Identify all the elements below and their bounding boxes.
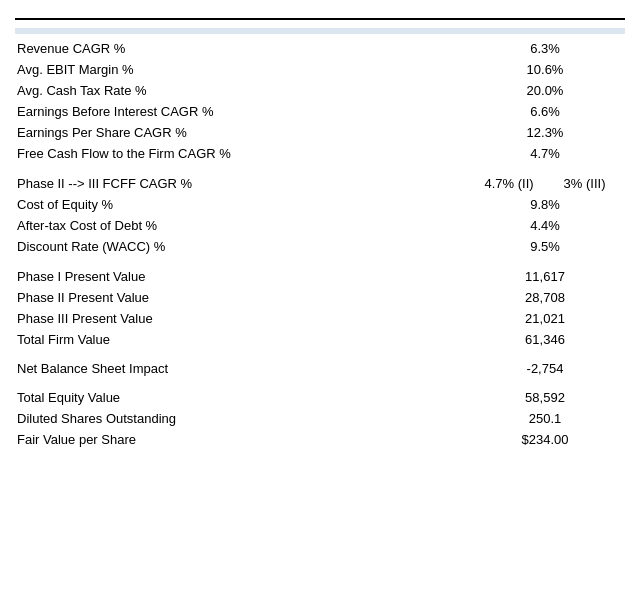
row-value: 6.6%: [465, 104, 625, 119]
table-row: Total Equity Value58,592: [15, 387, 625, 408]
row-label: Earnings Per Share CAGR %: [15, 125, 465, 140]
5yr-rows-container: Revenue CAGR %6.3%Avg. EBIT Margin %10.6…: [15, 38, 625, 164]
row-value-2: 3% (III): [564, 176, 606, 191]
table-row: Phase III Present Value21,021: [15, 308, 625, 329]
final-rows-container: Total Equity Value58,592Diluted Shares O…: [15, 387, 625, 450]
row-value: 28,708: [465, 290, 625, 305]
row-value: 9.5%: [465, 239, 625, 254]
table-row: Free Cash Flow to the Firm CAGR %4.7%: [15, 143, 625, 164]
table-row: Discount Rate (WACC) %9.5%: [15, 236, 625, 257]
table-row: Net Balance Sheet Impact-2,754: [15, 358, 625, 379]
table-row: Revenue CAGR %6.3%: [15, 38, 625, 59]
table-row: Avg. Cash Tax Rate %20.0%: [15, 80, 625, 101]
row-label: Fair Value per Share: [15, 432, 465, 447]
row-value: 250.1: [465, 411, 625, 426]
table-row: Avg. EBIT Margin %10.6%: [15, 59, 625, 80]
row-value: 9.8%: [465, 197, 625, 212]
row-value: 61,346: [465, 332, 625, 347]
row-label: Diluted Shares Outstanding: [15, 411, 465, 426]
row-value: 21,021: [465, 311, 625, 326]
row-label: Total Firm Value: [15, 332, 465, 347]
row-value: 4.7%: [465, 146, 625, 161]
table-row: Earnings Before Interest CAGR %6.6%: [15, 101, 625, 122]
row-label: Discount Rate (WACC) %: [15, 239, 465, 254]
table-row: Cost of Equity %9.8%: [15, 194, 625, 215]
table-row: Phase II --> III FCFF CAGR %4.7% (II)3% …: [15, 173, 625, 194]
row-label: After-tax Cost of Debt %: [15, 218, 465, 233]
row-label: Revenue CAGR %: [15, 41, 465, 56]
row-value: 11,617: [465, 269, 625, 284]
row-label: Phase III Present Value: [15, 311, 465, 326]
row-label: Phase I Present Value: [15, 269, 465, 284]
row-label: Total Equity Value: [15, 390, 465, 405]
spacer2: [15, 379, 625, 387]
row-label: Earnings Before Interest CAGR %: [15, 104, 465, 119]
row-value: 12.3%: [465, 125, 625, 140]
results-rows-container: Phase I Present Value11,617Phase II Pres…: [15, 266, 625, 350]
row-label: Free Cash Flow to the Firm CAGR %: [15, 146, 465, 161]
row-value: -2,754: [465, 361, 625, 376]
spacer-rows-container: Net Balance Sheet Impact-2,754: [15, 358, 625, 379]
row-value: 20.0%: [465, 83, 625, 98]
row-value: 58,592: [465, 390, 625, 405]
table-row: Earnings Per Share CAGR %12.3%: [15, 122, 625, 143]
row-value-1: 4.7% (II): [484, 176, 533, 191]
row-label: Phase II --> III FCFF CAGR %: [15, 176, 465, 191]
row-label: Phase II Present Value: [15, 290, 465, 305]
spacer: [15, 350, 625, 358]
row-value: 6.3%: [465, 41, 625, 56]
table-row: Phase II Present Value28,708: [15, 287, 625, 308]
lt-rows-container: Phase II --> III FCFF CAGR %4.7% (II)3% …: [15, 173, 625, 257]
row-label: Net Balance Sheet Impact: [15, 361, 465, 376]
row-label: Cost of Equity %: [15, 197, 465, 212]
row-value: 4.4%: [465, 218, 625, 233]
table-row: Fair Value per Share$234.00: [15, 429, 625, 450]
top-divider: [15, 18, 625, 20]
row-value: 10.6%: [465, 62, 625, 77]
row-label: Avg. EBIT Margin %: [15, 62, 465, 77]
row-label: Avg. Cash Tax Rate %: [15, 83, 465, 98]
row-dual-value: 4.7% (II)3% (III): [465, 176, 625, 191]
row-value: $234.00: [465, 432, 625, 447]
table-row: Phase I Present Value11,617: [15, 266, 625, 287]
table-row: After-tax Cost of Debt %4.4%: [15, 215, 625, 236]
table-row: Diluted Shares Outstanding250.1: [15, 408, 625, 429]
table-row: Total Firm Value61,346: [15, 329, 625, 350]
